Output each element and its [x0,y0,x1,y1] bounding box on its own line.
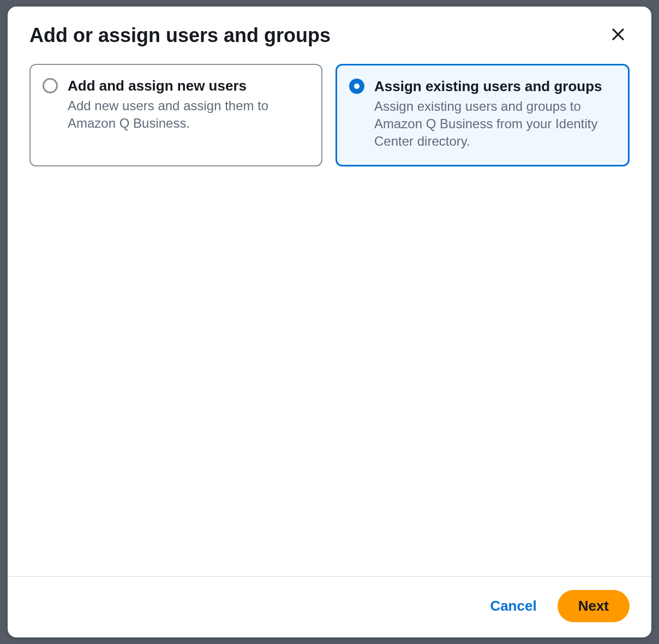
close-icon [610,26,626,44]
radio-selected-icon [349,79,364,94]
options-row: Add and assign new users Add new users a… [29,64,630,166]
radio-unselected-icon [43,78,58,93]
option-text: Add and assign new users Add new users a… [68,77,307,151]
option-text: Assign existing users and groups Assign … [374,77,614,151]
option-title: Add and assign new users [68,77,307,95]
option-title: Assign existing users and groups [374,77,614,96]
modal-footer: Cancel Next [8,576,651,637]
option-description: Add new users and assign them to Amazon … [68,97,307,133]
option-add-new-users[interactable]: Add and assign new users Add new users a… [29,64,322,166]
modal-body: Add and assign new users Add new users a… [8,58,651,576]
option-assign-existing[interactable]: Assign existing users and groups Assign … [336,64,630,166]
close-button[interactable] [607,23,630,47]
modal-dialog: Add or assign users and groups Add and a… [8,7,651,637]
next-button[interactable]: Next [558,590,630,622]
modal-header: Add or assign users and groups [8,7,651,58]
option-description: Assign existing users and groups to Amaz… [374,98,614,151]
modal-title: Add or assign users and groups [29,23,331,47]
cancel-button[interactable]: Cancel [484,593,542,619]
